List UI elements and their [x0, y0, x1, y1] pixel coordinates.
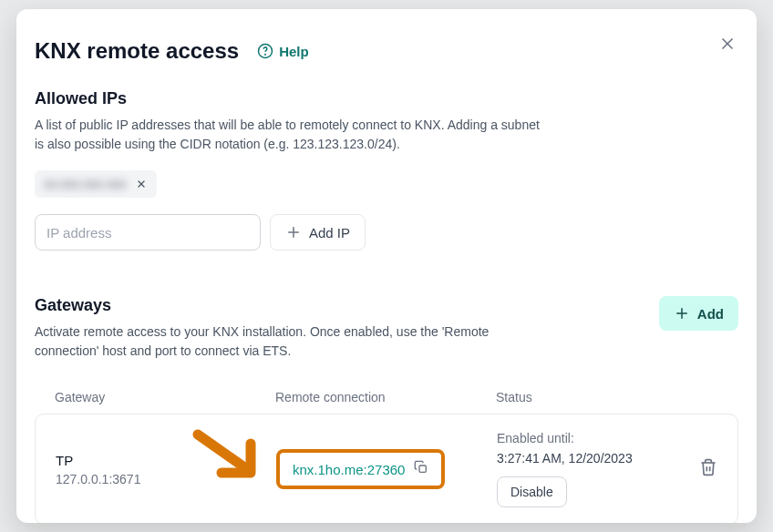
col-header-remote: Remote connection: [275, 390, 496, 404]
add-gateway-button[interactable]: Add: [659, 296, 738, 331]
remote-connection-value[interactable]: knx.1ho.me:27360: [293, 462, 405, 477]
remote-connection-highlight: knx.1ho.me:27360: [276, 449, 445, 489]
close-button[interactable]: [718, 35, 737, 56]
plus-icon: [674, 305, 690, 322]
status-cell: Enabled until: 3:27:41 AM, 12/20/2023 Di…: [497, 431, 685, 507]
section-gateways: Gateways Activate remote access to your …: [35, 296, 738, 523]
help-link[interactable]: Help: [257, 43, 309, 59]
section-allowed-ips: Allowed IPs A list of public IP addresse…: [35, 89, 738, 251]
table-header: Gateway Remote connection Status: [35, 377, 738, 414]
ip-chip-remove[interactable]: [133, 176, 149, 192]
trash-icon: [699, 458, 717, 476]
ip-chip: 00.000.000.000: [35, 170, 157, 198]
svg-rect-10: [419, 466, 426, 472]
allowed-ips-desc: A list of public IP addresses that will …: [35, 116, 545, 154]
copy-icon: [414, 460, 428, 475]
modal-header: KNX remote access Help: [35, 38, 738, 64]
add-ip-label: Add IP: [309, 225, 350, 240]
close-icon: [136, 179, 147, 189]
annotation-arrow-icon: [191, 427, 273, 482]
add-ip-button[interactable]: Add IP: [270, 214, 366, 251]
copy-button[interactable]: [414, 460, 428, 478]
remote-cell: knx.1ho.me:27360: [276, 449, 497, 489]
table-row: TP 127.0.0.1:3671 knx.1ho.me:27360: [35, 414, 738, 523]
plus-icon: [285, 224, 302, 240]
col-header-gateway: Gateway: [55, 390, 275, 404]
ip-address-input[interactable]: [35, 214, 261, 251]
modal-title: KNX remote access: [35, 38, 239, 64]
ip-input-row: Add IP: [35, 214, 738, 251]
col-header-status: Status: [496, 390, 718, 404]
allowed-ips-title: Allowed IPs: [35, 89, 738, 108]
help-icon: [257, 43, 273, 59]
add-gateway-label: Add: [697, 306, 724, 322]
ip-chip-text: 00.000.000.000: [44, 178, 126, 191]
enabled-until-label: Enabled until:: [497, 431, 685, 445]
gateways-desc: Activate remote access to your KNX insta…: [35, 322, 545, 361]
disable-button[interactable]: Disable: [497, 476, 567, 507]
gateways-title: Gateways: [35, 296, 659, 315]
help-label: Help: [279, 44, 309, 59]
enabled-until-date: 3:27:41 AM, 12/20/2023: [497, 451, 685, 466]
svg-point-3: [265, 54, 266, 55]
delete-gateway-button[interactable]: [699, 458, 717, 480]
modal-knx-remote-access: KNX remote access Help Allowed IPs A lis…: [16, 9, 757, 523]
